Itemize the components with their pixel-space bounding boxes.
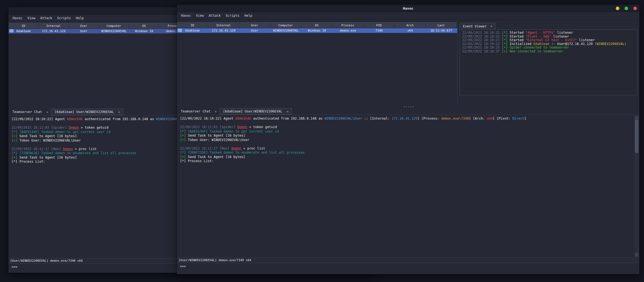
process-row: csrss.exe6406121x6412 <box>180 206 633 210</box>
console-tab[interactable]: Teamserver Chat ✕ <box>9 109 51 115</box>
process-row: LsaIso.exe7806200x641 <box>180 219 633 223</box>
column-header[interactable]: Process <box>333 22 364 28</box>
session-id-cell: 6da61eae <box>8 29 39 33</box>
title-bar[interactable]: Havoc <box>177 5 639 12</box>
status-text: [User/WINDEV2206EVAL] demon.exe/7340 x64 <box>10 259 83 263</box>
console-line <box>180 121 633 125</box>
process-row: Secure System7240x640 <box>180 185 633 189</box>
column-header[interactable]: OS <box>129 23 159 29</box>
column-header[interactable]: Internal <box>208 22 239 28</box>
session-row[interactable]: 6da61eae 172.16.41.129 User WINDEV2206EV… <box>177 28 457 33</box>
prompt-label: >>> <box>180 264 186 268</box>
event-log[interactable]: 22/09/2022 18:10:21 [*] Started "Agent -… <box>460 29 638 95</box>
process-row: services.exe7006200x647 <box>180 210 633 215</box>
menu-item[interactable]: View <box>25 15 38 21</box>
process-row: svchost.exe4167000x646 <box>180 240 633 244</box>
column-header[interactable]: User <box>239 22 270 28</box>
status-bar: [User/WINDEV2206EVAL] demon.exe/7340 x64 <box>177 258 639 263</box>
session-process: demon.exe <box>333 28 364 33</box>
minimize-button[interactable] <box>616 7 619 10</box>
process-rows: 000x648 System400x64149 Secure System724… <box>180 176 633 253</box>
column-header[interactable]: PID <box>363 22 395 28</box>
console-line: [*] Process List: <box>180 159 633 163</box>
menu-item[interactable]: Scripts <box>55 15 73 21</box>
scroll-down-icon[interactable] <box>635 253 638 256</box>
scroll-thumb[interactable] <box>635 120 638 153</box>
tab-label: Teamserver Chat <box>12 110 42 114</box>
process-table: NamePIDPPIDSessionArchThreadsUser ------… <box>180 168 633 253</box>
tab-label: [6da61eae] User/WINDEV2206EVAL <box>223 109 282 113</box>
event-viewer-tab[interactable]: Event Viewer ✕ <box>460 23 496 30</box>
session-user: User <box>239 28 270 33</box>
command-input[interactable]: >>> <box>177 263 639 270</box>
process-header-row: --------------------------------- <box>180 172 633 176</box>
process-row: fontdrvhost.exe9486200x645 <box>180 232 633 236</box>
havoc-window-front: Havoc HavocViewAttackScriptsHelp IDInter… <box>177 4 640 274</box>
session-computer: WINDEV2206EVAL <box>99 29 129 33</box>
column-header[interactable]: ID <box>8 23 39 29</box>
column-header[interactable]: Internal <box>39 23 69 29</box>
process-row: lsass.exe7966200x6411 <box>180 223 633 227</box>
splitter[interactable] <box>177 105 639 108</box>
close-icon[interactable]: ✕ <box>46 110 48 114</box>
session-internal: 172.16.41.129 <box>39 29 69 33</box>
window-controls <box>616 7 637 10</box>
console-line: [+] Send Task to Agent [16 bytes] <box>180 155 633 159</box>
column-header[interactable]: User <box>69 23 99 29</box>
close-icon[interactable]: ✕ <box>215 110 217 113</box>
column-header[interactable]: Computer <box>270 22 302 28</box>
close-icon[interactable]: ✕ <box>491 24 493 28</box>
process-row: dwm.exe10447281x6421 <box>180 249 633 253</box>
menu-item[interactable]: Scripts <box>223 13 242 19</box>
close-icon[interactable]: ✕ <box>287 110 289 113</box>
scrollbar[interactable] <box>635 116 639 257</box>
event-entry: 22/09/2022 18:10:22 [*] Initialized 6da6… <box>462 42 635 46</box>
main-panel: IDInternalUserComputerOSProcessPIDArchLa… <box>177 19 639 105</box>
column-header[interactable]: Computer <box>99 23 129 29</box>
menu-item[interactable]: Havoc <box>179 13 193 19</box>
menu-item[interactable]: Help <box>73 15 86 21</box>
column-header[interactable]: OS <box>301 22 333 28</box>
console-line: [*] [308F71DE] Tasked demon to enumerate… <box>180 151 633 155</box>
column-header[interactable]: Last <box>426 22 457 28</box>
process-row: svchost.exe9167000x6410 <box>180 227 633 232</box>
menu-item[interactable]: View <box>193 13 206 19</box>
console[interactable]: [22/09/2022 18:10:22] Agent 6DA61EAE aut… <box>177 115 639 258</box>
console-line: [+] Token User: WINDEV2206EVAL\User <box>180 138 633 142</box>
menu-item[interactable]: Attack <box>206 13 223 19</box>
session-table: IDInternalUserComputerOSProcessPIDArchLa… <box>177 19 457 105</box>
menu-item[interactable]: Help <box>242 13 255 19</box>
event-entry: 22/09/2022 18:10:21 [*] Started "Agent -… <box>462 31 635 35</box>
status-text: [User/WINDEV2206EVAL] demon.exe/7340 x64 <box>179 258 251 262</box>
process-row: System400x64149 <box>180 181 633 185</box>
event-entry: 22/09/2022 18:10:21 [*] Started "Externa… <box>462 38 635 42</box>
process-header-row: NamePIDPPIDSessionArchThreadsUser <box>180 168 633 172</box>
session-computer: WINDEV2206EVAL <box>270 28 302 33</box>
menu-bar: HavocViewAttackScriptsHelp <box>177 12 639 19</box>
process-row: 000x648 <box>180 176 633 181</box>
menu-item[interactable]: Attack <box>38 15 55 21</box>
menu-item[interactable]: Havoc <box>10 15 25 21</box>
console-line <box>180 142 633 146</box>
column-header[interactable]: ID <box>177 22 208 28</box>
session-last: 18:11:56.677 <box>426 28 457 33</box>
splitter-handle-icon <box>408 106 409 107</box>
scroll-up-icon[interactable] <box>635 116 638 120</box>
console-tab[interactable]: [6da61eae] User/WINDEV2206EVAL ✕ <box>51 109 123 115</box>
tab-label: Teamserver Chat <box>181 109 210 113</box>
console-tab[interactable]: [6da61eae] User/WINDEV2206EVAL ✕ <box>220 108 292 115</box>
session-id: 6da61eae <box>185 28 200 33</box>
close-button[interactable] <box>633 7 637 10</box>
tab-label: [6da61eae] User/WINDEV2206EVAL <box>55 110 114 114</box>
maximize-button[interactable] <box>625 7 628 10</box>
session-user: User <box>69 29 99 33</box>
process-header-rows: NamePIDPPIDSessionArchThreadsUser ------… <box>180 168 633 176</box>
console-line: [22/09/2022 18:10:22] Agent 6DA61EAE aut… <box>180 117 633 121</box>
close-icon[interactable]: ✕ <box>118 110 120 114</box>
console-tab[interactable]: Teamserver Chat ✕ <box>178 108 220 115</box>
column-header[interactable]: Arch <box>395 22 426 28</box>
session-internal: 172.16.41.129 <box>208 28 239 33</box>
monitor-icon <box>178 29 182 32</box>
process-row: Registry13240x644 <box>180 189 633 193</box>
session-table-body: 6da61eae 172.16.41.129 User WINDEV2206EV… <box>177 28 457 33</box>
